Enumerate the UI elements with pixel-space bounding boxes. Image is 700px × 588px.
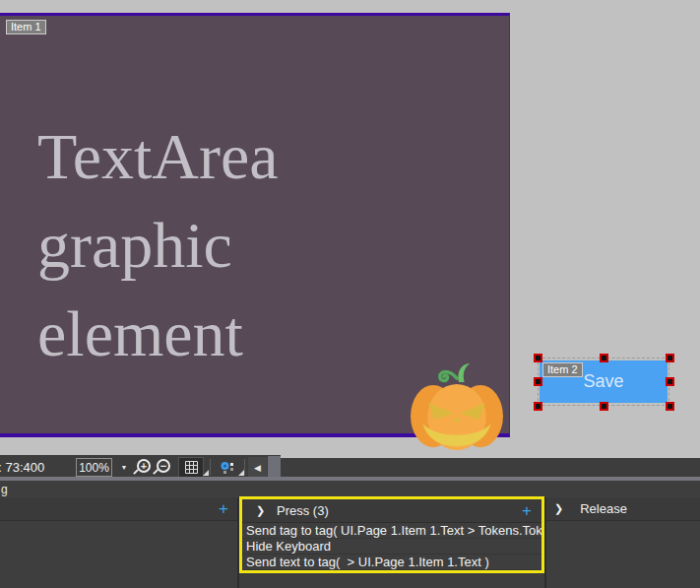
selection-handle[interactable] [534,377,542,386]
toolbar-separator [210,459,211,475]
pumpkin-stem [458,363,470,382]
snap-icon [220,461,234,474]
snap-options-button[interactable] [215,457,239,478]
selection-handle[interactable] [600,354,608,362]
selection-handle[interactable] [534,402,542,411]
section-divider [544,497,546,588]
toolbar-separator [244,459,245,475]
selection-handle[interactable] [666,377,674,386]
save-button-label: Save [583,371,623,392]
item1-tag: Item 1 [6,20,46,34]
pumpkin-image[interactable] [410,359,504,450]
toolbar-light-block [268,456,281,477]
grid-icon [185,461,198,474]
add-action-button-left[interactable]: + [219,500,228,517]
pumpkin-tendril [440,371,457,380]
cursor-position: r: 73:400 [0,460,44,475]
textarea-line: TextArea [37,112,279,201]
selection-handle[interactable] [666,402,674,411]
selection-handle[interactable] [666,354,674,362]
action-row[interactable]: Send tag to tag( UI.Page 1.Item 1.Text >… [242,523,541,539]
zoom-level-box[interactable]: 100% [76,458,112,477]
designer-screen: Item 1 TextArea graphic element Save Ite… [0,0,700,588]
selection-handle[interactable] [534,354,542,362]
release-section-header[interactable]: ❯ Release [554,501,627,516]
press-section-highlighted: ❯ Press (3) + Send tag to tag( UI.Page 1… [239,496,544,573]
chevron-right-icon[interactable]: ❯ [554,502,563,515]
add-action-button-press[interactable]: + [522,502,532,519]
press-section-title: Press (3) [277,503,329,518]
grid-toggle-button[interactable] [178,457,204,478]
collapse-panel-button[interactable]: ◀ [248,457,267,478]
press-section-header[interactable]: ❯ Press (3) + [242,499,541,523]
action-row[interactable]: Hide Keyboard [242,539,541,555]
item2-tag: Item 2 [542,362,583,377]
page-canvas[interactable]: Item 1 TextArea graphic element [0,13,510,437]
partial-label: g [1,483,8,496]
textarea-element[interactable]: TextArea graphic element [37,112,279,378]
textarea-line: graphic [37,201,279,290]
events-panel: g + ❯ Press (3) + Send tag to tag( UI.Pa… [0,481,700,588]
toolbar-step [281,455,700,458]
selection-handle[interactable] [600,402,608,411]
release-section-title: Release [580,501,627,516]
chevron-right-icon[interactable]: ❯ [256,504,265,517]
textarea-line: element [37,290,279,378]
zoom-out-icon[interactable]: − [157,459,170,473]
zoom-in-icon[interactable]: + [137,459,151,473]
zoom-dropdown-button[interactable]: ▼ [115,458,133,477]
grid-dropdown-icon[interactable] [203,470,209,476]
action-row[interactable]: Send text to tag( > UI.Page 1.Item 1.Tex… [242,555,541,570]
